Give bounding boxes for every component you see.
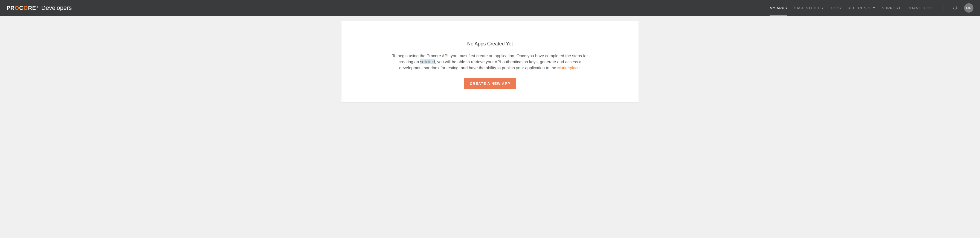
nav-changelog[interactable]: CHANGELOG	[907, 0, 933, 16]
empty-state-description: To begin using the Procore API, you must…	[391, 53, 589, 71]
nav-docs[interactable]: DOCS	[830, 0, 841, 16]
separator	[943, 4, 944, 12]
header: PROCORE® Developers MY APPS CASE STUDIES…	[0, 0, 980, 16]
brand-suffix: Developers	[41, 5, 72, 11]
nav-case-studies[interactable]: CASE STUDIES	[794, 0, 823, 16]
notifications-bell-icon[interactable]	[953, 5, 958, 10]
main-content: No Apps Created Yet To begin using the P…	[336, 21, 644, 102]
nav-reference-label: REFERENCE	[848, 6, 872, 10]
empty-state-heading: No Apps Created Yet	[352, 41, 628, 47]
nav-support[interactable]: SUPPORT	[882, 0, 901, 16]
desc-highlight: solicitud	[420, 59, 435, 64]
avatar[interactable]: MR	[964, 3, 974, 13]
nav: MY APPS CASE STUDIES DOCS REFERENCE SUPP…	[770, 0, 974, 16]
brand-name: PROCORE®	[6, 5, 38, 11]
nav-reference[interactable]: REFERENCE	[848, 0, 875, 16]
empty-state-card: No Apps Created Yet To begin using the P…	[342, 21, 638, 102]
chevron-down-icon	[873, 7, 875, 8]
nav-my-apps[interactable]: MY APPS	[770, 0, 787, 16]
logo[interactable]: PROCORE® Developers	[6, 5, 72, 11]
create-new-app-button[interactable]: CREATE A NEW APP	[464, 78, 516, 89]
desc-text-3: .	[580, 65, 581, 70]
marketplace-link[interactable]: Marketplace	[557, 65, 580, 70]
